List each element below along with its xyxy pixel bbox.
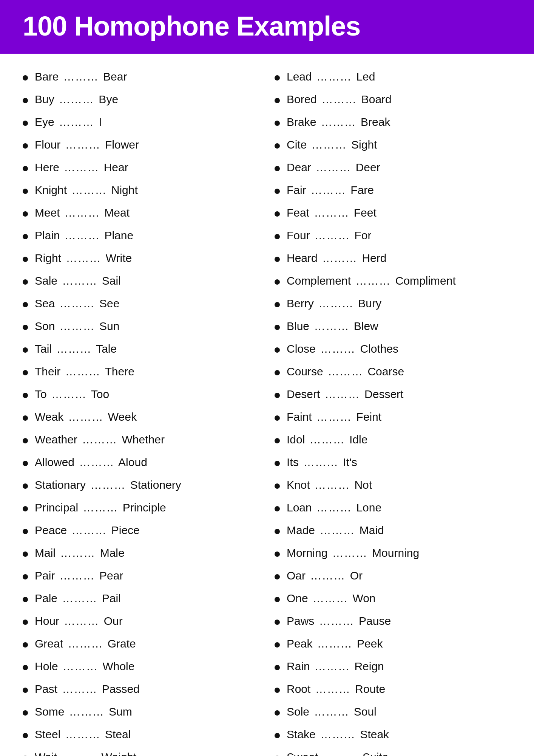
word-pair: Eye ……… I [35,114,102,130]
word-pair: Brake ……… Break [287,114,390,130]
list-item: Stake ……… Steak [275,727,511,742]
list-item: Idol ……… Idle [275,432,511,448]
word-pair: Cite ……… Sight [287,137,377,153]
list-item: Wait ……… Weight [23,749,259,756]
word-pair: Bare ……… Bear [35,69,127,85]
bullet-icon [23,506,28,511]
list-item: Berry ……… Bury [275,296,511,311]
word-pair: Sweet ……… Suite [287,749,388,756]
list-item: Right ……… Write [23,250,259,266]
word-pair: Hole ……… Whole [35,658,134,674]
bullet-icon [23,529,28,534]
word-pair: Hour ……… Our [35,613,123,629]
list-item: Rain ……… Reign [275,658,511,674]
left-list: Bare ……… BearBuy ……… ByeEye ……… IFlour …… [23,69,259,756]
word-pair: Peace ……… Piece [35,522,140,538]
list-item: Feat ……… Feet [275,205,511,221]
list-item: Sale ……… Sail [23,273,259,289]
right-list: Lead ……… LedBored ……… BoardBrake ……… Bre… [275,69,511,756]
bullet-icon [275,211,280,217]
left-column: Bare ……… BearBuy ……… ByeEye ……… IFlour …… [23,69,259,756]
bullet-icon [23,234,28,239]
word-pair: Weather ……… Whether [35,432,165,448]
bullet-icon [275,166,280,171]
list-item: Oar ……… Or [275,568,511,584]
bullet-icon [275,461,280,466]
word-pair: Steel ……… Steal [35,727,131,742]
list-item: Buy ……… Bye [23,91,259,107]
list-item: Their ……… There [23,364,259,380]
bullet-icon [275,529,280,534]
word-pair: Weak ……… Week [35,409,137,425]
word-pair: Sole ……… Soul [287,704,377,720]
bullet-icon [275,347,280,353]
bullet-icon [23,325,28,330]
list-item: Stationary ……… Stationery [23,477,259,493]
bullet-icon [23,393,28,398]
word-pair: Wait ……… Weight [35,749,136,756]
word-pair: Knight ……… Night [35,182,138,198]
bullet-icon [23,347,28,353]
word-pair: Pair ……… Pear [35,568,123,584]
word-pair: To ……… Too [35,386,109,402]
bullet-icon [275,189,280,194]
list-item: Flour ……… Flower [23,137,259,153]
list-item: Complement ……… Compliment [275,273,511,289]
word-pair: Close ……… Clothes [287,341,398,357]
list-item: Tail ……… Tale [23,341,259,357]
word-pair: Complement ……… Compliment [287,273,456,289]
word-pair: Great ……… Grate [35,636,136,652]
bullet-icon [23,415,28,421]
word-pair: Some ……… Sum [35,704,132,720]
word-pair: Root ……… Route [287,681,385,697]
bullet-icon [275,75,280,81]
bullet-icon [23,710,28,716]
word-pair: Pale ……… Pail [35,590,121,606]
word-pair: Feat ……… Feet [287,205,377,221]
list-item: Sweet ……… Suite [275,749,511,756]
list-item: Principal ……… Principle [23,500,259,516]
word-pair: Principal ……… Principle [35,500,166,516]
bullet-icon [275,98,280,103]
bullet-icon [275,438,280,443]
list-item: Steel ……… Steal [23,727,259,742]
word-pair: Dear ……… Deer [287,160,380,175]
list-item: Fair ……… Fare [275,182,511,198]
word-pair: Sea ……… See [35,296,119,311]
bullet-icon [275,620,280,625]
word-pair: Lead ……… Led [287,69,375,85]
list-item: To ……… Too [23,386,259,402]
word-pair: Their ……… There [35,364,134,380]
word-pair: Fair ……… Fare [287,182,374,198]
list-item: Its ……… It's [275,454,511,470]
word-pair: Bored ……… Board [287,91,392,107]
word-pair: Past ……… Passed [35,681,140,697]
list-item: Cite ……… Sight [275,137,511,153]
bullet-icon [275,143,280,149]
bullet-icon [23,75,28,81]
word-pair: Here ……… Hear [35,160,128,175]
bullet-icon [275,552,280,557]
main-content: Bare ……… BearBuy ……… ByeEye ……… IFlour …… [0,65,534,756]
list-item: Meet ……… Meat [23,205,259,221]
word-pair: Berry ……… Bury [287,296,381,311]
bullet-icon [275,302,280,307]
list-item: Eye ……… I [23,114,259,130]
list-item: Past ……… Passed [23,681,259,697]
word-pair: Tail ……… Tale [35,341,117,357]
bullet-icon [23,98,28,103]
word-pair: One ……… Won [287,590,376,606]
list-item: Paws ……… Pause [275,613,511,629]
word-pair: Four ……… For [287,228,371,243]
list-item: Great ……… Grate [23,636,259,652]
bullet-icon [23,597,28,602]
bullet-icon [23,370,28,375]
bullet-icon [275,121,280,126]
list-item: Course ……… Coarse [275,364,511,380]
bullet-icon [275,234,280,239]
word-pair: Morning ……… Mourning [287,545,419,561]
bullet-icon [23,438,28,443]
bullet-icon [23,620,28,625]
bullet-icon [275,483,280,489]
page-header: 100 Homophone Examples [0,0,534,54]
